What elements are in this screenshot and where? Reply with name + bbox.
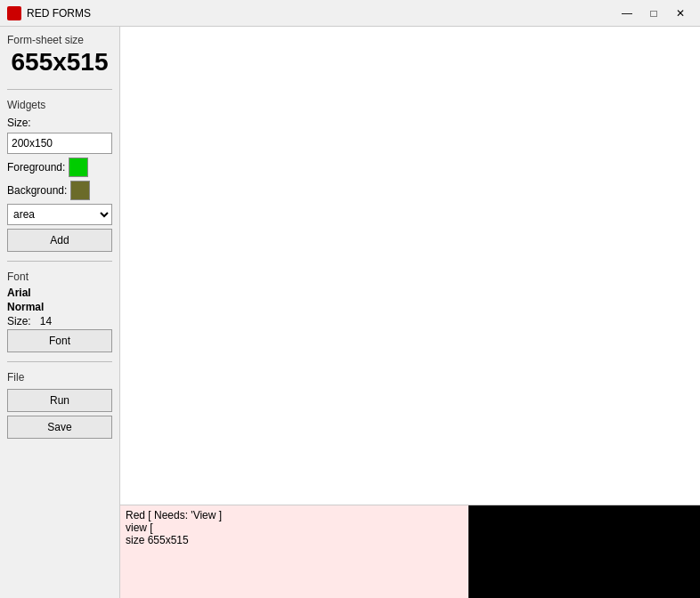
status-left: Red [ Needs: 'View ] view [ size 655x515	[120, 505, 468, 598]
size-input[interactable]	[7, 133, 112, 154]
background-color-box[interactable]	[70, 181, 90, 200]
background-label: Background:	[7, 184, 67, 197]
divider-2	[7, 261, 112, 262]
title-bar-controls: — □ ✕	[615, 4, 693, 23]
form-sheet-size-value: 655x515	[7, 48, 112, 77]
font-section-label: Font	[7, 271, 112, 283]
background-row: Background:	[7, 181, 112, 200]
form-sheet-size-label: Form-sheet size	[7, 34, 112, 46]
status-line-3: size 655x515	[126, 534, 463, 546]
font-size-value: 14	[40, 315, 52, 327]
divider-1	[7, 89, 112, 90]
title-bar: RED FORMS — □ ✕	[0, 0, 700, 27]
maximize-button[interactable]: □	[641, 4, 666, 23]
left-panel: Form-sheet size 655x515 Widgets Size: Fo…	[0, 27, 120, 598]
main-layout: Form-sheet size 655x515 Widgets Size: Fo…	[0, 27, 700, 598]
font-button[interactable]: Font	[7, 329, 112, 352]
file-section-label: File	[7, 371, 112, 384]
status-right	[468, 505, 700, 598]
divider-3	[7, 361, 112, 362]
status-line-1: Red [ Needs: 'View ]	[126, 509, 463, 521]
size-row: Size:	[7, 117, 112, 129]
widget-type-dropdown[interactable]: area label button input textarea	[7, 204, 112, 225]
widgets-section: Widgets Size: Foreground: Background: ar…	[7, 99, 112, 252]
font-size-label: Size:	[7, 315, 31, 327]
add-button[interactable]: Add	[7, 229, 112, 252]
foreground-row: Foreground:	[7, 158, 112, 177]
foreground-color-box[interactable]	[69, 158, 88, 177]
font-size-row: Size: 14	[7, 315, 112, 327]
canvas-area: Red [ Needs: 'View ] view [ size 655x515	[120, 27, 700, 598]
file-section: File Run Save	[7, 371, 112, 439]
status-line-2: view [	[126, 521, 463, 534]
title-bar-title: RED FORMS	[27, 7, 615, 20]
minimize-button[interactable]: —	[615, 4, 639, 23]
font-style: Normal	[7, 301, 112, 313]
font-name: Arial	[7, 287, 112, 299]
widgets-label: Widgets	[7, 99, 112, 111]
save-button[interactable]: Save	[7, 416, 112, 439]
status-bar: Red [ Needs: 'View ] view [ size 655x515	[120, 505, 700, 598]
app-icon	[7, 6, 21, 20]
foreground-label: Foreground:	[7, 161, 65, 174]
run-button[interactable]: Run	[7, 389, 112, 412]
close-button[interactable]: ✕	[668, 4, 693, 23]
form-sheet-size-section: Form-sheet size 655x515	[7, 34, 112, 77]
size-label: Size:	[7, 117, 31, 129]
font-section: Font Arial Normal Size: 14 Font	[7, 271, 112, 352]
